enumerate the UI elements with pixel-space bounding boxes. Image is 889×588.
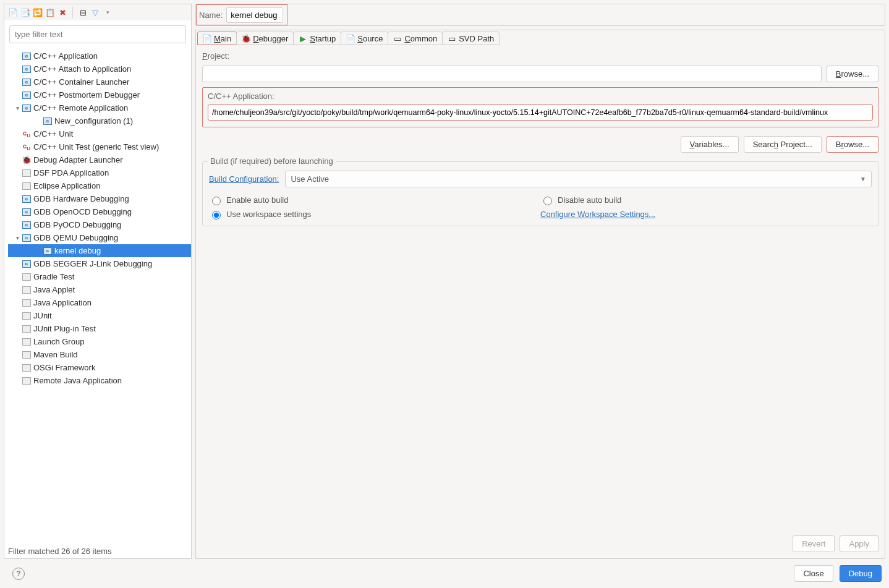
tree-item-label: C/C++ Unit: [33, 129, 73, 138]
use-workspace-settings-radio[interactable]: Use workspace settings: [209, 209, 540, 219]
application-input[interactable]: [208, 104, 873, 121]
tree-item-label: C/C++ Unit Test (generic Test view): [33, 142, 159, 151]
variables-button[interactable]: Variables...: [681, 136, 739, 153]
tab-strip: 📄Main🐞Debugger▶Startup📄Source▭Common▭SVD…: [196, 30, 885, 45]
play-icon: ▶: [299, 34, 307, 43]
tree-item-label: C/C++ Application: [33, 51, 98, 61]
new-config-icon[interactable]: 📄: [8, 7, 18, 17]
tree-item[interactable]: Eclipse Application: [8, 179, 191, 192]
tree-item-label: GDB Hardware Debugging: [33, 194, 129, 203]
chevron-down-icon: ▼: [860, 176, 866, 182]
new-prototype-icon[interactable]: 📑: [20, 7, 30, 17]
tree-item[interactable]: Java Applet: [8, 283, 191, 296]
tree-item[interactable]: GDB PyOCD Debugging: [8, 218, 191, 231]
build-configuration-link[interactable]: Build Configuration:: [209, 174, 279, 184]
tree-item-label: GDB PyOCD Debugging: [33, 220, 121, 229]
tree-item[interactable]: cUC/C++ Unit Test (generic Test view): [8, 140, 191, 153]
tree-item[interactable]: cUC/C++ Unit: [8, 127, 191, 140]
tab-startup[interactable]: ▶Startup: [293, 32, 341, 45]
name-row: Name:: [195, 4, 885, 26]
tree-item[interactable]: Maven Build: [8, 348, 191, 361]
enable-auto-build-radio[interactable]: Enable auto build: [209, 195, 540, 205]
export-icon[interactable]: 🔁: [33, 7, 43, 17]
build-group-legend: Build (if required) before launching: [208, 156, 336, 166]
cu-icon: cU: [22, 129, 32, 139]
close-button[interactable]: Close: [794, 565, 833, 582]
tab-source[interactable]: 📄Source: [341, 32, 388, 45]
tree-item-label: OSGi Framework: [33, 363, 95, 372]
filter-status: Filter matched 26 of 26 items: [4, 544, 191, 558]
dialog-footer: ? Close Debug: [4, 559, 885, 588]
tree-item[interactable]: ▾C/C++ Remote Application: [8, 101, 191, 114]
search-project-button[interactable]: Search Project...: [744, 136, 822, 153]
collapse-all-icon[interactable]: ⊟: [78, 7, 88, 17]
tree-item[interactable]: GDB SEGGER J-Link Debugging: [8, 257, 191, 270]
gen-icon: [22, 298, 32, 308]
tab-common[interactable]: ▭Common: [388, 32, 443, 45]
application-browse-button[interactable]: Browse...: [827, 136, 878, 153]
gen-icon: [22, 181, 32, 191]
launch-config-left-panel: 📄 📑 🔁 📋 ✖ ⊟ ▽ ▾ C/C++ ApplicationC/C++ A…: [4, 4, 192, 559]
gen-icon: [22, 272, 32, 282]
gen-icon: [22, 363, 32, 373]
c-icon: [43, 246, 53, 256]
tree-item[interactable]: kernel debug: [8, 244, 191, 257]
tree-item[interactable]: New_configuration (1): [8, 114, 191, 127]
tree-item[interactable]: JUnit: [8, 309, 191, 322]
gen-icon: [22, 311, 32, 321]
tree-item[interactable]: C/C++ Postmortem Debugger: [8, 88, 191, 101]
bug-icon: 🐞: [242, 34, 250, 43]
launch-config-right-panel: Name: 📄Main🐞Debugger▶Startup📄Source▭Comm…: [195, 4, 885, 559]
tree-item[interactable]: Gradle Test: [8, 270, 191, 283]
tree-item[interactable]: GDB Hardware Debugging: [8, 192, 191, 205]
tree-item-label: JUnit Plug-in Test: [33, 324, 96, 333]
tree-item[interactable]: Remote Java Application: [8, 374, 191, 387]
tree-item[interactable]: ▾GDB QEMU Debugging: [8, 231, 191, 244]
tree-item[interactable]: JUnit Plug-in Test: [8, 322, 191, 335]
build-configuration-combo[interactable]: Use Active ▼: [285, 171, 872, 187]
tree-item[interactable]: GDB OpenOCD Debugging: [8, 205, 191, 218]
gen-icon: [22, 168, 32, 178]
c-icon: [22, 259, 32, 269]
svd-icon: ▭: [448, 34, 456, 43]
tab-svd-path[interactable]: ▭SVD Path: [442, 32, 500, 45]
tree-item-label: Maven Build: [33, 350, 78, 359]
tree-item-label: Java Applet: [33, 285, 75, 294]
tree-item[interactable]: C/C++ Attach to Application: [8, 62, 191, 75]
tree-item-label: Launch Group: [33, 337, 84, 346]
tab-main[interactable]: 📄Main: [197, 32, 237, 45]
name-input[interactable]: [226, 7, 283, 23]
disable-auto-build-radio[interactable]: Disable auto build: [540, 195, 872, 205]
revert-apply-row: Revert Apply: [196, 524, 885, 558]
tree-item[interactable]: Launch Group: [8, 335, 191, 348]
help-icon[interactable]: ?: [12, 568, 25, 580]
tab-debugger[interactable]: 🐞Debugger: [236, 32, 294, 45]
filter-menu-chevron-icon[interactable]: ▾: [103, 7, 113, 17]
tree-item-label: DSF PDA Application: [33, 168, 109, 177]
tree-item[interactable]: DSF PDA Application: [8, 166, 191, 179]
tree-item[interactable]: OSGi Framework: [8, 361, 191, 374]
tree-item-label: Java Application: [33, 298, 91, 307]
duplicate-icon[interactable]: 📋: [45, 7, 55, 17]
tree-item[interactable]: C/C++ Application: [8, 49, 191, 62]
configure-workspace-settings-link[interactable]: Configure Workspace Settings...: [540, 210, 872, 219]
debug-button[interactable]: Debug: [840, 565, 882, 582]
c-icon: [22, 103, 32, 113]
tree-item-label: kernel debug: [54, 246, 101, 255]
left-toolbar: 📄 📑 🔁 📋 ✖ ⊟ ▽ ▾: [4, 4, 191, 20]
apply-button[interactable]: Apply: [840, 535, 878, 552]
tree-item[interactable]: 🐞Debug Adapter Launcher: [8, 153, 191, 166]
tree-item[interactable]: C/C++ Container Launcher: [8, 75, 191, 88]
delete-icon[interactable]: ✖: [57, 7, 67, 17]
gen-icon: [22, 350, 32, 360]
tree-item[interactable]: Java Application: [8, 296, 191, 309]
project-browse-button[interactable]: Browse...: [827, 66, 878, 82]
config-tree[interactable]: C/C++ ApplicationC/C++ Attach to Applica…: [4, 48, 191, 544]
revert-button[interactable]: Revert: [793, 535, 835, 552]
filter-icon[interactable]: ▽: [90, 7, 100, 17]
tree-item-label: C/C++ Postmortem Debugger: [33, 90, 140, 100]
filter-input[interactable]: [9, 25, 186, 43]
gen-icon: [22, 337, 32, 347]
c-icon: [43, 116, 53, 126]
project-input[interactable]: [202, 66, 822, 82]
